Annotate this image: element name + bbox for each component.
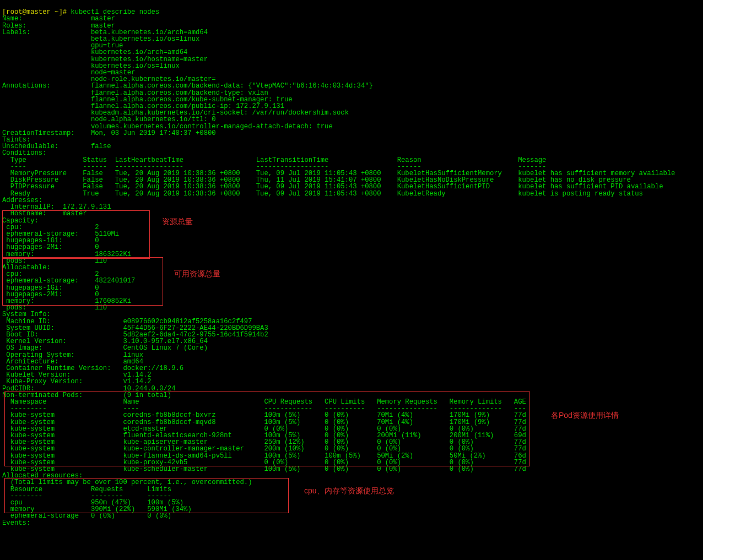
pods-annot: 各Pod资源使用详情 [551,411,619,419]
terminal-content: [root@master ~]# kubectl describe nodes … [2,9,701,526]
allocres-annot: cpu、内存等资源使用总览 [304,487,394,494]
allocatable-annot: 可用资源总量 [174,270,220,278]
capacity-annot: 资源总量 [162,218,193,225]
terminal-window[interactable]: [root@master ~]# kubectl describe nodes … [0,0,703,560]
